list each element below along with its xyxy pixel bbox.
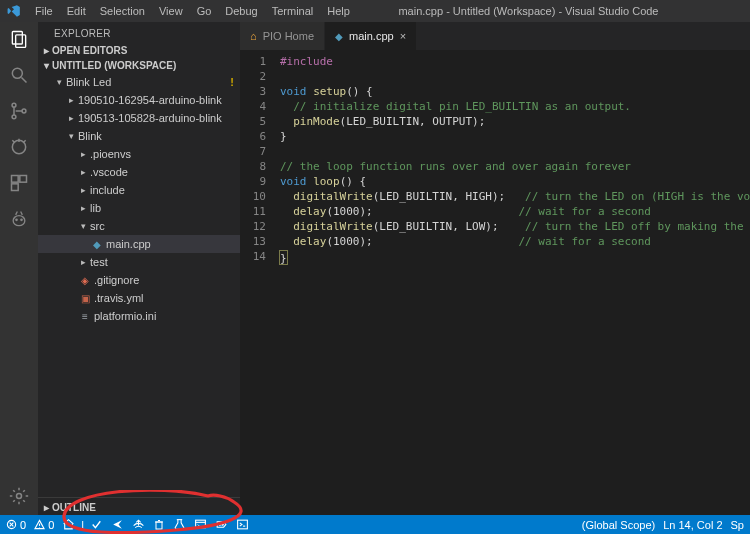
section-open-editors-label: OPEN EDITORS — [52, 45, 127, 56]
sidebar-title: EXPLORER — [38, 22, 240, 43]
tree-lib[interactable]: ▸lib — [38, 199, 240, 217]
close-icon[interactable]: × — [400, 30, 406, 42]
section-outline[interactable]: ▸OUTLINE — [38, 497, 240, 515]
status-errors[interactable]: 0 — [6, 519, 26, 531]
ini-file-icon: ≡ — [78, 311, 92, 322]
settings-icon[interactable] — [8, 485, 30, 507]
menu-selection[interactable]: Selection — [93, 2, 152, 20]
tree-label: include — [90, 184, 125, 196]
tree-label: test — [90, 256, 108, 268]
menu-go[interactable]: Go — [190, 2, 219, 20]
svg-point-6 — [22, 109, 26, 113]
menu-help[interactable]: Help — [320, 2, 357, 20]
tree-label: 190510-162954-arduino-blink — [78, 94, 222, 106]
status-pio-remote-icon[interactable] — [132, 518, 145, 531]
explorer-icon[interactable] — [8, 28, 30, 50]
activity-bar — [0, 22, 38, 515]
tree-main-cpp[interactable]: ◆main.cpp — [38, 235, 240, 253]
tree-label: src — [90, 220, 105, 232]
svg-rect-11 — [12, 176, 19, 183]
svg-rect-0 — [12, 32, 22, 45]
status-right: (Global Scope) Ln 14, Col 2 Sp — [582, 519, 744, 531]
svg-line-18 — [21, 212, 23, 215]
code-lines[interactable]: #include void setup() { // initialize di… — [274, 50, 750, 515]
status-bar: 0 0 | (Global Scope) Ln 14, Col 2 Sp — [0, 515, 750, 534]
menu-view[interactable]: View — [152, 2, 190, 20]
svg-line-10 — [23, 140, 25, 143]
menu-terminal[interactable]: Terminal — [265, 2, 321, 20]
tab-label: main.cpp — [349, 30, 394, 42]
line-gutter: 1234567891011121314 — [240, 50, 274, 515]
tree-vscode[interactable]: ▸.vscode — [38, 163, 240, 181]
menu-debug[interactable]: Debug — [218, 2, 264, 20]
status-pio-serial-icon[interactable] — [215, 518, 228, 531]
status-pio-clean-icon[interactable] — [153, 518, 165, 531]
status-errors-count: 0 — [20, 519, 26, 531]
tab-main-cpp[interactable]: ◆ main.cpp × — [325, 22, 417, 50]
tree-snapshot-1[interactable]: ▸190510-162954-arduino-blink — [38, 91, 240, 109]
tree-test[interactable]: ▸test — [38, 253, 240, 271]
svg-rect-12 — [20, 176, 27, 183]
menu-file[interactable]: File — [28, 2, 60, 20]
svg-point-16 — [20, 219, 23, 222]
status-warnings[interactable]: 0 — [34, 519, 54, 531]
status-pio-upload-icon[interactable] — [111, 518, 124, 531]
section-outline-label: OUTLINE — [52, 502, 96, 513]
section-workspace[interactable]: ▾UNTITLED (WORKSPACE) — [38, 58, 240, 73]
tab-pio-home[interactable]: ⌂ PIO Home — [240, 22, 325, 50]
tab-bar: ⌂ PIO Home ◆ main.cpp × — [240, 22, 750, 50]
tree-platformio-ini[interactable]: ≡platformio.ini — [38, 307, 240, 325]
debug-icon[interactable] — [8, 136, 30, 158]
tree-label: .gitignore — [94, 274, 139, 286]
window-title: main.cpp - Untitled (Workspace) - Visual… — [357, 5, 700, 17]
svg-rect-13 — [12, 184, 19, 191]
status-spaces[interactable]: Sp — [731, 519, 744, 531]
status-scope[interactable]: (Global Scope) — [582, 519, 655, 531]
tree-snapshot-2[interactable]: ▸190513-105828-arduino-blink — [38, 109, 240, 127]
tree-gitignore[interactable]: ◈.gitignore — [38, 271, 240, 289]
section-workspace-label: UNTITLED (WORKSPACE) — [52, 60, 176, 71]
status-pio-home-icon[interactable] — [62, 518, 75, 531]
tree-label: .pioenvs — [90, 148, 131, 160]
tree-pioenvs[interactable]: ▸.pioenvs — [38, 145, 240, 163]
tree-label: .vscode — [90, 166, 128, 178]
tree-label: platformio.ini — [94, 310, 156, 322]
search-icon[interactable] — [8, 64, 30, 86]
svg-line-9 — [12, 140, 15, 143]
tree-blink-led[interactable]: ▾Blink Led! — [38, 73, 240, 91]
status-pio-test-icon[interactable] — [173, 518, 186, 531]
svg-point-2 — [12, 68, 22, 78]
cpp-file-icon: ◆ — [90, 239, 104, 250]
home-icon: ⌂ — [250, 30, 257, 42]
menu-edit[interactable]: Edit — [60, 2, 93, 20]
status-pio-terminal-icon[interactable] — [236, 518, 249, 531]
title-bar: File Edit Selection View Go Debug Termin… — [0, 0, 750, 22]
code-editor[interactable]: 1234567891011121314 #include void setup(… — [240, 50, 750, 515]
tree-travis[interactable]: ▣.travis.yml — [38, 289, 240, 307]
svg-point-15 — [15, 219, 18, 222]
status-left: 0 0 | — [6, 518, 249, 531]
warning-badge: ! — [230, 76, 234, 88]
tree-include[interactable]: ▸include — [38, 181, 240, 199]
status-pio-build-icon[interactable] — [90, 518, 103, 531]
svg-point-32 — [222, 524, 223, 525]
extensions-icon[interactable] — [8, 172, 30, 194]
svg-line-17 — [16, 212, 18, 215]
svg-point-19 — [17, 494, 22, 499]
status-position[interactable]: Ln 14, Col 2 — [663, 519, 722, 531]
sidebar: EXPLORER ▸OPEN EDITORS ▾UNTITLED (WORKSP… — [38, 22, 240, 515]
platformio-icon[interactable] — [8, 208, 30, 230]
tree-src[interactable]: ▾src — [38, 217, 240, 235]
gitignore-file-icon: ◈ — [78, 275, 92, 286]
tree-label: main.cpp — [106, 238, 151, 250]
status-pio-tasks-icon[interactable] — [194, 518, 207, 531]
tree-label: 190513-105828-arduino-blink — [78, 112, 222, 124]
tree-label: lib — [90, 202, 101, 214]
section-open-editors[interactable]: ▸OPEN EDITORS — [38, 43, 240, 58]
file-tree: ▾Blink Led! ▸190510-162954-arduino-blink… — [38, 73, 240, 497]
menu-bar: File Edit Selection View Go Debug Termin… — [28, 2, 357, 20]
git-icon[interactable] — [8, 100, 30, 122]
svg-rect-26 — [156, 522, 162, 529]
vscode-icon — [0, 4, 28, 18]
tree-blink[interactable]: ▾Blink — [38, 127, 240, 145]
